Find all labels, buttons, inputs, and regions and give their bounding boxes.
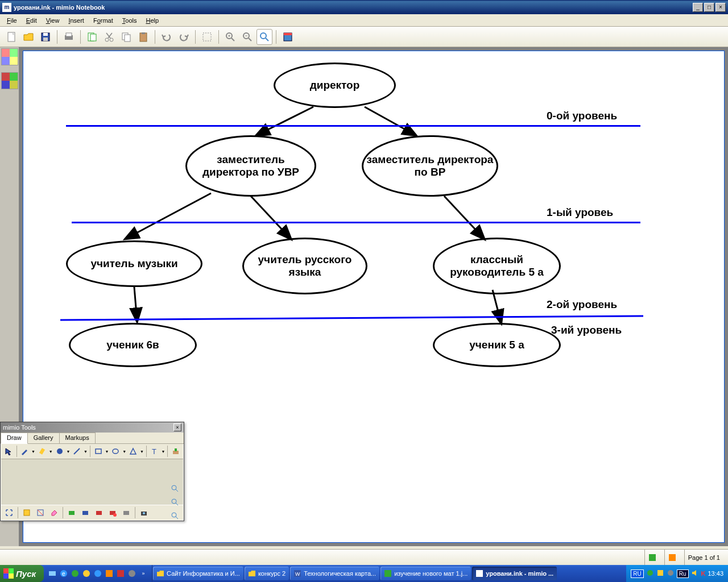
tool-b2[interactable] [79,507,92,518]
close-button[interactable]: × [715,3,726,12]
tool-highlighter[interactable] [36,446,48,457]
ql-7-icon[interactable] [115,568,126,579]
tool-rect[interactable] [93,446,104,457]
task-4[interactable]: изучение нового мат 1.j... [380,567,471,580]
node-director[interactable]: директор [274,63,396,108]
tray-clock[interactable]: 13:43 [708,570,723,577]
task-3[interactable]: WТехнологическая карта... [290,567,379,580]
menu-view[interactable]: View [42,16,64,25]
task-5[interactable]: уровани.ink - mimio ... [472,567,557,580]
tool-zoom-fit-side[interactable] [169,510,180,521]
cut-button[interactable] [101,29,117,45]
tray-icon-1[interactable] [646,569,654,578]
ql-ie-icon[interactable]: e [59,568,69,579]
ql-3-icon[interactable] [70,568,80,579]
zoom-in-button[interactable] [222,29,238,45]
svg-point-72 [647,570,653,576]
task-2[interactable]: конкурс 2 [245,567,289,580]
task-1[interactable]: Сайт Информатика и И... [153,567,243,580]
status-icon-1[interactable] [644,550,660,565]
tool-import[interactable] [170,446,181,457]
menu-file[interactable]: FFileile [2,16,22,25]
ql-5-icon[interactable] [93,568,103,579]
tool-circle-fill[interactable] [54,446,65,457]
tool-fullscreen[interactable] [3,507,15,518]
minimize-button[interactable]: _ [693,3,703,12]
ql-4-icon[interactable] [81,568,92,579]
tool-line[interactable] [71,446,82,457]
svg-point-9 [110,38,113,41]
menu-edit[interactable]: Edit [22,16,42,25]
tools-window[interactable]: mimio Tools × Draw Gallery Markups ▼ ▼ ▼… [0,422,184,521]
taskbar: Пуск e » Сайт Информатика и И... конкурс… [0,565,728,582]
node-student-6v[interactable]: ученик 6в [69,323,197,367]
svg-line-31 [134,287,137,321]
tool-shape-rec[interactable] [34,507,47,518]
tool-selection[interactable] [3,446,14,457]
tab-markups[interactable]: Markups [59,433,96,443]
tool-eraser[interactable] [48,507,60,518]
tray-icon-2[interactable] [656,569,664,578]
menu-help[interactable]: Help [141,16,163,25]
tray-icon-3[interactable] [667,569,675,578]
tool-zoom-out-side[interactable] [169,497,180,507]
paste-button[interactable] [135,29,151,45]
lang-indicator-2[interactable]: Ru [677,569,689,578]
tools-titlebar[interactable]: mimio Tools × [1,422,184,433]
tool-recognize[interactable] [20,507,33,518]
tab-gallery[interactable]: Gallery [27,433,60,443]
tools-close-button[interactable]: × [173,423,181,431]
tool-zoom-in-side[interactable] [169,483,180,493]
tool-b5[interactable] [120,507,133,518]
node-class-leader[interactable]: классный руководитель 5 а [433,238,561,294]
copy-button[interactable] [118,29,134,45]
open-button[interactable] [20,29,36,45]
node-deputy-uvr[interactable]: заместитель директора по УВР [185,135,316,197]
menu-insert[interactable]: Insert [64,16,89,25]
tool-text[interactable]: T [149,446,160,457]
zoom-fit-button[interactable] [257,29,272,45]
svg-line-35 [74,448,80,454]
svg-line-28 [126,193,211,239]
svg-rect-58 [669,554,676,561]
menu-format[interactable]: Format [89,16,118,25]
save-button[interactable] [38,29,53,45]
menu-tools[interactable]: Tools [118,16,142,25]
panel-thumb-1[interactable] [1,48,18,65]
tool-triangle[interactable] [127,446,139,457]
node-music-teacher[interactable]: учитель музыки [66,240,202,287]
svg-line-42 [176,489,178,492]
node-russian-teacher[interactable]: учитель русского языка [242,238,367,294]
zoom-out-button[interactable] [239,29,255,45]
image-icon [384,569,392,577]
ql-6-icon[interactable] [104,568,114,579]
node-deputy-vr[interactable]: заместитель директора по ВР [362,135,498,197]
status-icon-2[interactable] [664,550,680,565]
tool-b4[interactable] [106,507,119,518]
ql-expand-icon[interactable]: » [138,568,148,579]
insert-page-button[interactable] [84,29,100,45]
tray-k-icon[interactable]: K [701,570,706,577]
tab-draw[interactable]: Draw [1,433,28,444]
start-button[interactable]: Пуск [0,565,44,582]
tool-ellipse[interactable] [110,446,122,457]
fullscreen-button[interactable] [280,29,296,45]
print-button[interactable] [61,29,77,45]
tool-camera[interactable] [138,507,150,518]
ql-8-icon[interactable] [127,568,137,579]
svg-rect-25 [284,33,292,35]
tool-b1[interactable] [65,507,78,518]
node-student-5a[interactable]: ученик 5 а [433,323,561,367]
panel-thumb-2[interactable] [1,72,18,89]
maximize-button[interactable]: □ [704,3,714,12]
lang-indicator-1[interactable]: RU [631,569,643,578]
svg-line-44 [176,503,178,505]
tool-b3[interactable] [93,507,105,518]
tray-sound-icon[interactable] [691,569,699,578]
undo-button[interactable] [159,29,175,45]
select-button[interactable] [199,29,215,45]
new-button[interactable] [3,29,19,45]
ql-desktop-icon[interactable] [47,568,57,579]
tool-pen[interactable] [19,446,30,457]
redo-button[interactable] [176,29,192,45]
